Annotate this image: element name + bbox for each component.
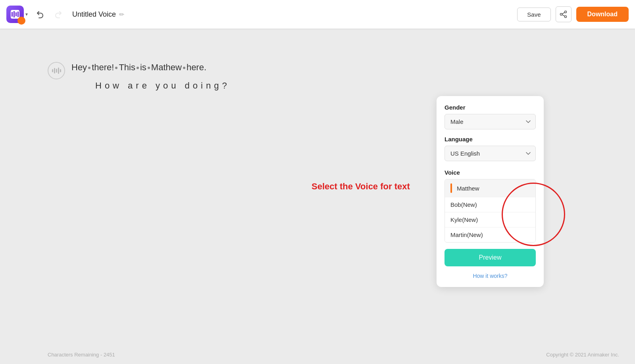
chars-remaining: Characters Remaining - 2451 <box>48 352 115 358</box>
text-block: Heythere!ThisisMathewhere. How are you d… <box>48 60 619 91</box>
title-area: Untitled Voice ✏ <box>72 10 517 19</box>
redo-button[interactable] <box>50 6 66 22</box>
voice-list: Matthew Bob(New) Kyle(New) Martin(New) <box>444 179 536 243</box>
gender-select[interactable]: Male Female <box>444 114 536 129</box>
footer: Characters Remaining - 2451 Copyright © … <box>48 352 619 358</box>
edit-title-icon[interactable]: ✏ <box>119 11 124 18</box>
how-it-works-link[interactable]: How it works? <box>444 273 536 279</box>
svg-point-1 <box>560 13 562 15</box>
share-button[interactable] <box>556 6 572 22</box>
svg-point-2 <box>564 16 566 18</box>
copyright: Copyright © 2021 Animaker Inc. <box>546 352 619 358</box>
text-line-2: How are you doing? <box>95 81 230 91</box>
language-select[interactable]: US English UK English Australian English <box>444 146 536 161</box>
header: ▾ Untitled Voice ✏ Save <box>0 0 635 29</box>
voice-label: Voice <box>444 169 536 176</box>
logo-icon <box>6 6 24 23</box>
voice-prompt-label: Select the Voice for text <box>312 181 410 192</box>
save-button[interactable]: Save <box>517 8 550 21</box>
main-content: Heythere!ThisisMathewhere. How are you d… <box>0 29 635 364</box>
text-canvas: Heythere!ThisisMathewhere. How are you d… <box>48 52 619 103</box>
header-actions: Save Download <box>517 6 629 22</box>
download-button[interactable]: Download <box>576 7 629 22</box>
voice-item-matthew[interactable]: Matthew <box>445 179 535 197</box>
logo-chevron-icon[interactable]: ▾ <box>25 12 28 17</box>
preview-button[interactable]: Preview <box>444 249 536 266</box>
gender-label: Gender <box>444 104 536 111</box>
svg-point-0 <box>564 11 566 13</box>
language-label: Language <box>444 136 536 143</box>
voice-item-kyle[interactable]: Kyle(New) <box>445 212 535 227</box>
voice-section: Voice Matthew Bob(New) Kyle(New) Martin(… <box>444 169 536 243</box>
logo-wrapper[interactable]: ▾ <box>6 6 28 23</box>
text-line-1: Heythere!ThisisMathewhere. <box>71 60 230 74</box>
voice-item-bob[interactable]: Bob(New) <box>445 197 535 212</box>
project-title: Untitled Voice <box>72 10 116 19</box>
voice-item-martin[interactable]: Martin(New) <box>445 227 535 242</box>
undo-redo-group <box>33 6 66 22</box>
voice-settings-panel: Gender Male Female Language US English U… <box>437 96 544 287</box>
waveform-icon[interactable] <box>48 62 65 79</box>
undo-button[interactable] <box>33 6 48 22</box>
text-content: Heythere!ThisisMathewhere. How are you d… <box>71 60 230 91</box>
